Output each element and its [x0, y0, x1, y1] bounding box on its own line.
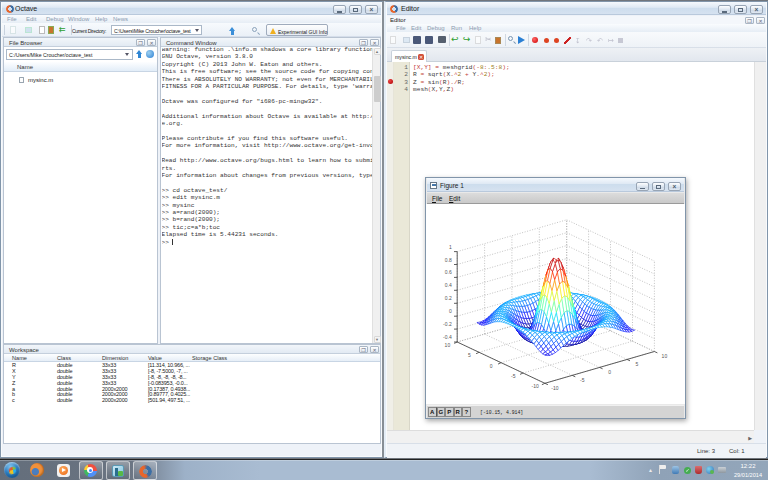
- svg-text:-10: -10: [551, 385, 558, 391]
- svg-text:1: 1: [449, 244, 452, 250]
- svg-text:0: 0: [490, 363, 493, 369]
- svg-text:-0.2: -0.2: [443, 321, 452, 327]
- svg-text:0.2: 0.2: [445, 295, 452, 301]
- svg-text:10: 10: [662, 353, 668, 359]
- svg-text:0: 0: [608, 369, 611, 375]
- svg-text:-10: -10: [531, 383, 538, 389]
- svg-text:-0.4: -0.4: [443, 334, 452, 340]
- svg-text:0.6: 0.6: [445, 269, 452, 275]
- svg-text:5: 5: [636, 361, 639, 367]
- svg-text:10: 10: [445, 342, 451, 348]
- svg-text:0.4: 0.4: [445, 282, 452, 288]
- svg-text:5: 5: [468, 352, 471, 358]
- svg-text:0.8: 0.8: [445, 257, 452, 263]
- svg-text:0: 0: [449, 308, 452, 314]
- svg-text:-5: -5: [580, 377, 585, 383]
- svg-text:-5: -5: [511, 373, 516, 379]
